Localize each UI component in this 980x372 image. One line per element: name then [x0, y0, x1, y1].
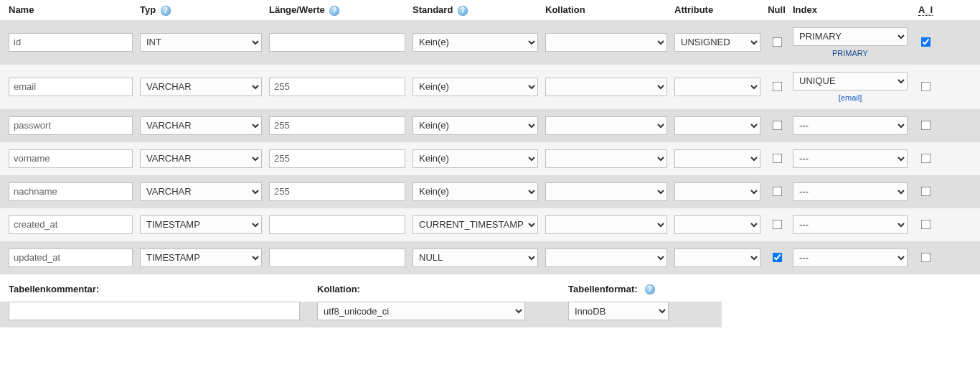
header-ai-label: A_I [918, 4, 933, 16]
table-collation-select[interactable]: utf8_unicode_ci [317, 302, 525, 320]
column-ai-checkbox[interactable] [921, 253, 931, 263]
table-options-labels: Tabellenkommentar: Kollation: Tabellenfo… [0, 274, 722, 299]
help-icon[interactable]: ? [645, 284, 655, 294]
column-ai-checkbox[interactable] [921, 121, 931, 131]
column-default-select[interactable]: Kein(e) [413, 116, 538, 135]
column-type-select[interactable]: VARCHAR [140, 182, 262, 201]
column-name-input[interactable] [9, 248, 133, 267]
column-default-select[interactable]: CURRENT_TIMESTAMP [413, 215, 538, 234]
column-name-input[interactable] [9, 182, 133, 201]
column-name-input[interactable] [9, 215, 133, 234]
column-attribute-select[interactable] [674, 215, 760, 234]
column-collation-select[interactable] [545, 33, 667, 52]
index-sub-label[interactable]: [email] [839, 93, 862, 102]
column-null-checkbox[interactable] [772, 82, 782, 92]
header-typ: Typ ? [136, 4, 265, 16]
column-length-input[interactable] [269, 149, 405, 168]
column-collation-select[interactable] [545, 78, 667, 96]
column-attribute-select[interactable] [674, 116, 760, 135]
column-name-input[interactable] [9, 78, 133, 96]
column-default-select[interactable]: Kein(e) [413, 149, 538, 168]
column-type-select[interactable]: TIMESTAMP [140, 248, 262, 267]
header-default: Standard ? [409, 4, 542, 16]
column-collation-select[interactable] [545, 248, 667, 267]
column-attribute-select[interactable] [674, 78, 760, 96]
column-index-select[interactable]: --- [793, 215, 908, 234]
column-name-input[interactable] [9, 149, 133, 168]
column-null-checkbox[interactable] [772, 187, 782, 197]
column-name-input[interactable] [9, 33, 133, 52]
column-name-input[interactable] [9, 116, 133, 135]
column-collation-select[interactable] [545, 116, 667, 135]
header-name: Name [0, 4, 136, 15]
column-length-input[interactable] [269, 182, 405, 201]
column-type-select[interactable]: TIMESTAMP [140, 215, 262, 234]
column-null-checkbox[interactable] [772, 253, 782, 263]
column-length-input[interactable] [269, 215, 405, 234]
column-type-select[interactable]: VARCHAR [140, 149, 262, 168]
column-null-checkbox[interactable] [772, 37, 782, 47]
help-icon[interactable]: ? [161, 6, 171, 16]
column-type-select[interactable]: VARCHAR [140, 116, 262, 135]
table-options-row: utf8_unicode_ci InnoDB [0, 302, 722, 327]
column-row: VARCHARKein(e)UNIQUE[email] [0, 65, 980, 109]
column-index-select[interactable]: --- [793, 182, 908, 201]
header-null: Null [764, 4, 789, 15]
column-row: VARCHARKein(e)--- [0, 109, 980, 142]
column-default-select[interactable]: Kein(e) [413, 78, 538, 96]
help-icon[interactable]: ? [458, 6, 468, 16]
format-label: Tabellenformat: ? [560, 280, 722, 299]
column-type-select[interactable]: VARCHAR [140, 78, 262, 96]
header-ai: A_I [911, 4, 940, 15]
column-row: VARCHARKein(e)--- [0, 175, 980, 208]
column-attribute-select[interactable] [674, 248, 760, 267]
column-attribute-select[interactable] [674, 182, 760, 201]
column-index-select[interactable]: UNIQUE [793, 72, 908, 90]
column-null-checkbox[interactable] [772, 121, 782, 131]
column-ai-checkbox[interactable] [921, 187, 931, 197]
column-collation-select[interactable] [545, 149, 667, 168]
table-comment-input[interactable] [9, 302, 300, 320]
column-default-select[interactable]: Kein(e) [413, 182, 538, 201]
column-collation-select[interactable] [545, 215, 667, 234]
column-index-select[interactable]: --- [793, 116, 908, 135]
column-length-input[interactable] [269, 33, 405, 52]
column-index-select[interactable]: PRIMARY [793, 27, 908, 46]
column-attribute-select[interactable]: UNSIGNED [674, 33, 760, 52]
header-index: Index [789, 4, 911, 15]
column-structure-table: Name Typ ? Länge/Werte ? Standard ? Koll… [0, 0, 980, 274]
column-row: VARCHARKein(e)--- [0, 142, 980, 175]
format-label-text: Tabellenformat: [568, 284, 638, 294]
column-default-select[interactable]: NULL [413, 248, 538, 267]
column-attribute-select[interactable] [674, 149, 760, 168]
column-length-input[interactable] [269, 78, 405, 96]
column-collation-select[interactable] [545, 182, 667, 201]
help-icon[interactable]: ? [329, 6, 339, 16]
column-length-input[interactable] [269, 248, 405, 267]
column-index-select[interactable]: --- [793, 149, 908, 168]
header-typ-label: Typ [140, 4, 156, 15]
column-row: TIMESTAMPCURRENT_TIMESTAMP--- [0, 208, 980, 241]
collation-label: Kollation: [308, 280, 560, 298]
column-type-select[interactable]: INT [140, 33, 262, 52]
header-default-label: Standard [413, 4, 453, 15]
header-length-label: Länge/Werte [269, 4, 325, 15]
column-default-select[interactable]: Kein(e) [413, 33, 538, 52]
column-null-checkbox[interactable] [772, 154, 782, 164]
column-null-checkbox[interactable] [772, 220, 782, 230]
table-format-select[interactable]: InnoDB [568, 302, 669, 320]
header-row: Name Typ ? Länge/Werte ? Standard ? Koll… [0, 0, 980, 20]
header-length: Länge/Werte ? [265, 4, 409, 16]
column-index-select[interactable]: --- [793, 248, 908, 267]
index-sub-label: PRIMARY [832, 49, 868, 57]
column-ai-checkbox[interactable] [921, 154, 931, 164]
column-length-input[interactable] [269, 116, 405, 135]
column-ai-checkbox[interactable] [921, 220, 931, 230]
column-ai-checkbox[interactable] [921, 82, 931, 92]
column-row: INTKein(e)UNSIGNEDPRIMARYPRIMARY [0, 20, 980, 65]
column-ai-checkbox[interactable] [921, 37, 931, 47]
comment-label: Tabellenkommentar: [0, 280, 308, 298]
header-attributes: Attribute [671, 4, 764, 15]
header-collation: Kollation [542, 4, 671, 15]
column-row: TIMESTAMPNULL--- [0, 241, 980, 274]
